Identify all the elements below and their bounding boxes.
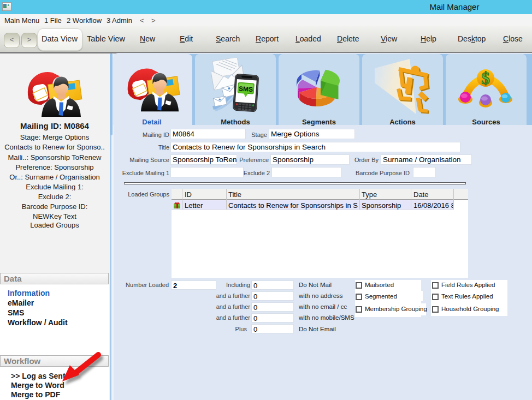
svg-text:SMS: SMS [239, 85, 253, 93]
svg-text:$: $ [481, 69, 490, 88]
